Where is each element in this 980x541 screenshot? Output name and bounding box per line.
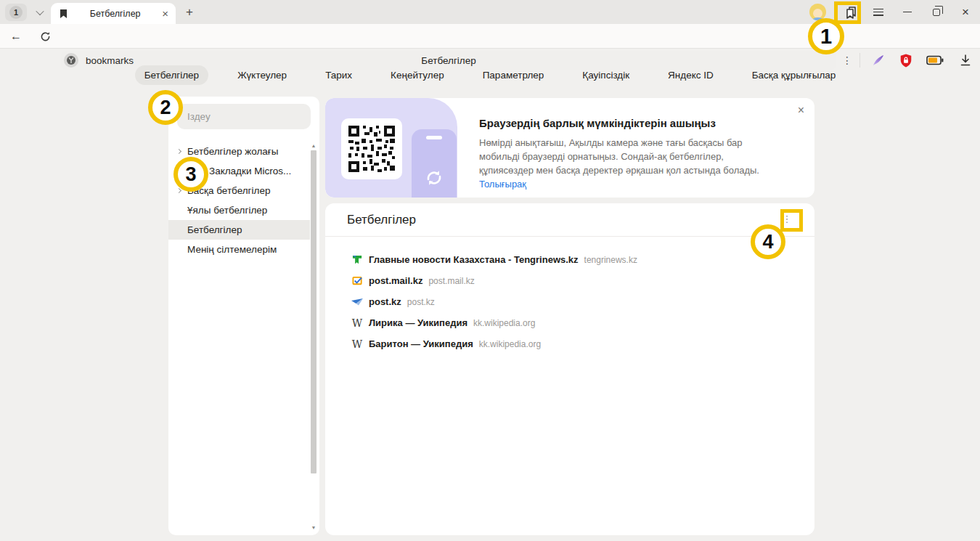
reload-icon — [40, 31, 51, 42]
annotation-box-bookmarks-panel-button — [834, 1, 861, 24]
tengrinews-favicon — [351, 254, 363, 266]
nav-tab-settings[interactable]: Параметрлер — [473, 65, 554, 85]
tab-count: 1 — [9, 6, 23, 19]
panel-divider — [325, 236, 814, 237]
chevron-down-icon — [36, 7, 44, 15]
qr-code — [341, 118, 402, 179]
bookmark-row[interactable]: post.mail.kz post.mail.kz — [325, 270, 814, 291]
banner-more-link[interactable]: Толығырақ — [479, 179, 526, 190]
annotation-4: 4 — [751, 224, 785, 259]
bookmark-row[interactable]: post.kz post.kz — [325, 291, 814, 312]
nav-tab-extensions[interactable]: Кеңейтулер — [381, 65, 454, 85]
new-tab-button[interactable]: + — [181, 4, 197, 20]
scroll-down-icon[interactable]: ▼ — [310, 524, 317, 531]
battery-icon — [926, 55, 944, 65]
restore-button[interactable] — [922, 0, 951, 24]
nav-tab-bookmarks[interactable]: Бетбелгілер — [135, 65, 208, 85]
wikipedia-favicon: W — [351, 338, 363, 350]
bookmark-row[interactable]: Главные новости Казахстана - Tengrinews.… — [325, 249, 814, 270]
phone-notch — [426, 136, 442, 139]
tab-close-icon[interactable]: × — [162, 8, 168, 19]
chevron-right-icon — [176, 149, 181, 154]
bookmarks-panel: Бетбелгілер ⋮ Главные новости Казахстана… — [325, 203, 814, 535]
sidebar-scrollbar[interactable]: ▲ ▼ — [310, 142, 317, 531]
bookmark-icon — [58, 9, 68, 19]
banner-illustration — [325, 98, 457, 198]
nav-tab-downloads[interactable]: Жүктеулер — [228, 65, 296, 85]
close-icon: × — [962, 6, 969, 18]
annotation-box-kebab — [780, 209, 803, 232]
search-input[interactable] — [177, 104, 311, 129]
folder-bookmarks-selected[interactable]: Бетбелгілер — [168, 220, 310, 240]
settings-nav: Бетбелгілер Жүктеулер Тарих Кеңейтулер П… — [0, 65, 980, 85]
bookmarks-panel-title: Бетбелгілер — [347, 213, 416, 227]
folder-mobile-bookmarks[interactable]: Ұялы бетбелгілер — [168, 200, 310, 220]
mobile-promo-banner: × Браузердің барлық мүмкіндіктерін ашыңы… — [325, 98, 814, 198]
wikipedia-favicon: W — [351, 317, 363, 329]
menu-button[interactable] — [864, 0, 893, 24]
nav-tab-other-devices[interactable]: Басқа құрылғылар — [743, 65, 846, 85]
banner-body: Нөмірді анықтағыш, Ақылды камера және та… — [479, 136, 769, 191]
hamburger-icon — [873, 9, 883, 16]
nav-tab-security[interactable]: Қауіпсіздік — [573, 65, 639, 85]
bookmarks-list: Главные новости Казахстана - Tengrinews.… — [325, 249, 814, 354]
minimize-icon — [903, 12, 912, 13]
postkz-favicon — [351, 296, 363, 308]
restore-icon — [933, 9, 940, 16]
bookmark-row[interactable]: W Баритон — Уикипедия kk.wikipedia.org — [325, 333, 814, 354]
mail-favicon — [351, 275, 363, 287]
scroll-up-icon[interactable]: ▲ — [310, 142, 317, 149]
back-button[interactable]: ← — [6, 24, 26, 49]
folder-my-links[interactable]: Менің сілтемелерім — [168, 240, 310, 259]
sync-icon — [423, 167, 445, 192]
nav-tab-history[interactable]: Тарих — [316, 65, 362, 85]
scrollbar-thumb[interactable] — [311, 150, 317, 473]
tab-list-dropdown-button[interactable] — [30, 4, 49, 21]
tab-counter-button[interactable]: 1 — [5, 4, 27, 21]
nav-tab-yandex-id[interactable]: Яндекс ID — [658, 65, 723, 85]
banner-title: Браузердің барлық мүмкіндіктерін ашыңыз — [479, 117, 716, 129]
window-close-button[interactable]: × — [951, 0, 980, 24]
banner-close-icon[interactable]: × — [798, 104, 804, 117]
reload-button[interactable] — [35, 24, 55, 49]
browser-tab[interactable]: Бетбелгілер × — [51, 3, 176, 24]
tab-title: Бетбелгілер — [68, 9, 162, 19]
annotation-1: 1 — [808, 18, 844, 54]
phone-illustration — [412, 129, 457, 198]
annotation-2: 2 — [148, 90, 183, 125]
minimize-button[interactable] — [893, 0, 922, 24]
annotation-3: 3 — [173, 157, 208, 192]
bookmark-row[interactable]: W Лирика — Уикипедия kk.wikipedia.org — [325, 312, 814, 333]
